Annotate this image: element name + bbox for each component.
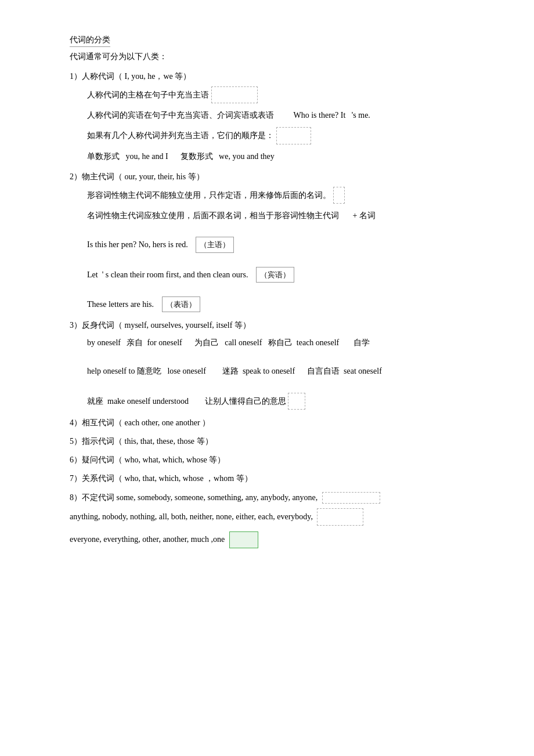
s3-item3: 就座 make oneself understood 让别人懂得自己的意思 <box>87 393 464 410</box>
s8-continuation2: everyone, everything, other, another, mu… <box>70 531 464 548</box>
s8-continuation1: anything, nobody, nothing, all, both, ne… <box>70 508 464 526</box>
section-5: 5）指示代词（ this, that, these, those 等） <box>70 436 464 447</box>
s1-item2: 人称代词的宾语在句子中充当宾语、介词宾语或表语 Who is there? It… <box>87 108 464 122</box>
s3-item1: by oneself 亲自 for oneself 为自己 call onese… <box>87 335 464 350</box>
section-1-heading: 1）人称代词（ I, you, he，we 等） <box>70 71 464 82</box>
section-6-heading: 6）疑问代词（ who, what, which, whose 等） <box>70 455 464 465</box>
s1-item3: 如果有几个人称代词并列充当主语，它们的顺序是： <box>87 127 464 144</box>
section-7-heading: 7）关系代词（ who, that, which, whose ，whom 等） <box>70 473 464 484</box>
section-3: 3）反身代词（ myself, ourselves, yourself, its… <box>70 320 464 410</box>
page-title: 代词的分类 <box>70 35 110 47</box>
s2-item3: Is this her pen? No, hers is red. （主语） <box>87 237 464 252</box>
section-1: 1）人称代词（ I, you, he，we 等） 人称代词的主格在句子中充当主语… <box>70 71 464 164</box>
s1-item1: 人称代词的主格在句子中充当主语 <box>87 86 464 103</box>
s1-item4: 单数形式 you, he and I 复数形式 we, you and they <box>87 149 464 164</box>
page-container: 代词的分类 代词通常可分为以下八类： 1）人称代词（ I, you, he，we… <box>70 35 464 548</box>
s2-item1: 形容词性物主代词不能独立使用，只作定语，用来修饰后面的名词。 <box>87 187 464 204</box>
section-7: 7）关系代词（ who, that, which, whose ，whom 等） <box>70 473 464 484</box>
section-4-heading: 4）相互代词（ each other, one another ） <box>70 418 464 428</box>
section-3-heading: 3）反身代词（ myself, ourselves, yourself, its… <box>70 320 464 331</box>
section-2-heading: 2）物主代词（ our, your, their, his 等） <box>70 172 464 182</box>
s2-item2: 名词性物主代词应独立使用，后面不跟名词，相当于形容词性物主代词 + 名词 <box>87 208 464 223</box>
section-2: 2）物主代词（ our, your, their, his 等） 形容词性物主代… <box>70 172 464 313</box>
s2-item5: These letters are his. （表语） <box>87 296 464 312</box>
subtitle: 代词通常可分为以下八类： <box>70 52 464 62</box>
section-6: 6）疑问代词（ who, what, which, whose 等） <box>70 455 464 465</box>
section-4: 4）相互代词（ each other, one another ） <box>70 418 464 428</box>
section-8: 8）不定代词 some, somebody, someone, somethin… <box>70 492 464 548</box>
section-8-heading: 8）不定代词 some, somebody, someone, somethin… <box>70 492 464 504</box>
s3-item2: help oneself to 随意吃 lose oneself 迷路 spea… <box>87 364 464 378</box>
s2-item4: Let ' s clean their room first, and then… <box>87 267 464 283</box>
section-5-heading: 5）指示代词（ this, that, these, those 等） <box>70 436 464 447</box>
